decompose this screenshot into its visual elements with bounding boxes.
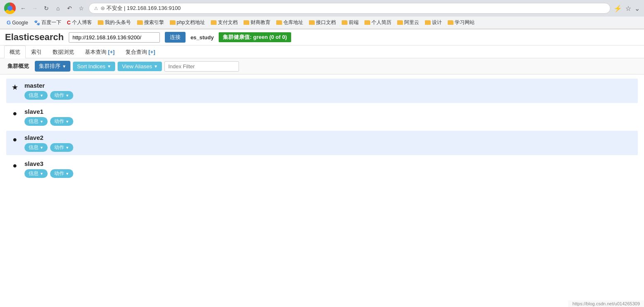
tab-complex-query[interactable]: 复合查询 [+] (120, 46, 161, 58)
bookmark-finance[interactable]: 财商教育 (241, 18, 273, 27)
bookmark-label: php文档地址 (177, 19, 205, 26)
folder-icon (137, 20, 143, 25)
bookmark-toutiao[interactable]: 我的-头条号 (95, 18, 134, 27)
connect-button[interactable]: 连接 (165, 32, 186, 43)
bookmark-label: Google (12, 20, 28, 26)
browser-chrome: ← → ↻ ⌂ ↶ ☆ ⚠ ⊙ 不安全 | 192.168.169.136:91… (0, 0, 644, 29)
caret-down-icon: ▼ (40, 94, 43, 98)
slave2-info-label: 信息 (29, 144, 39, 151)
master-name: master (24, 82, 73, 89)
caret-down-icon: ▼ (40, 146, 43, 150)
caret-down-icon: ▼ (65, 94, 69, 98)
folder-icon (211, 20, 217, 25)
star-icon[interactable]: ☆ (625, 5, 631, 12)
folder-icon (448, 20, 453, 25)
browser-titlebar: ← → ↻ ⌂ ↶ ☆ ⚠ ⊙ 不安全 | 192.168.169.136:91… (0, 0, 644, 17)
bookmark-blog[interactable]: C 个人博客 (65, 18, 94, 27)
caret-down-icon: ▼ (107, 64, 111, 69)
view-aliases-button[interactable]: View Aliases ▼ (118, 62, 162, 71)
folder-icon (309, 20, 315, 25)
address-bar[interactable]: ⚠ ⊙ 不安全 | 192.168.169.136:9100 (89, 3, 610, 14)
basic-query-plus: [+] (108, 49, 115, 55)
app-header: Elasticsearch 连接 es_study 集群健康值: green (… (0, 29, 644, 46)
sort-cluster-label: 集群排序 (39, 62, 60, 70)
bookmark-frontend[interactable]: 前端 (339, 18, 361, 27)
slave3-info-button[interactable]: 信息 ▼ (24, 169, 48, 178)
slave2-action-button[interactable]: 动作 ▼ (50, 143, 73, 152)
baidu-icon: 🐾 (34, 20, 40, 26)
bookmarks-bar: G Google 🐾 百度一下 C 个人博客 我的-头条号 搜索引擎 php文档… (0, 17, 644, 29)
master-info-label: 信息 (29, 92, 39, 99)
bookmark-button[interactable]: ☆ (77, 4, 85, 12)
tab-data-browser[interactable]: 数据浏览 (47, 46, 80, 58)
home-button[interactable]: ⌂ (54, 4, 62, 12)
slave3-info-label: 信息 (29, 170, 39, 177)
cluster-toolbar: 集群概览 集群排序 ▼ Sort Indices ▼ View Aliases … (0, 58, 644, 74)
caret-down-icon: ▼ (62, 64, 66, 69)
bookmark-search[interactable]: 搜索引擎 (135, 18, 166, 27)
slave1-action-button[interactable]: 动作 ▼ (50, 117, 73, 126)
reload-button[interactable]: ↻ (42, 4, 51, 12)
bookmark-api[interactable]: 接口文档 (306, 18, 338, 27)
index-filter-input[interactable] (164, 61, 239, 72)
bookmark-learning[interactable]: 学习网站 (445, 18, 477, 27)
master-actions: 信息 ▼ 动作 ▼ (24, 91, 73, 100)
bookmark-warehouse[interactable]: 仓库地址 (274, 18, 306, 27)
nav-tabs: 概览 索引 数据浏览 基本查询 [+] 复合查询 [+] (0, 46, 644, 58)
slave3-icon: ● (10, 161, 19, 170)
bookmark-pay[interactable]: 支付文档 (208, 18, 240, 27)
lightning-icon[interactable]: ⚡ (614, 5, 622, 12)
bookmark-php[interactable]: php文档地址 (167, 18, 207, 27)
bookmark-resume[interactable]: 个人简历 (362, 18, 394, 27)
browser-action-buttons: ⚡ ☆ ⌄ (614, 5, 640, 12)
undo-button[interactable]: ↶ (65, 4, 74, 12)
folder-icon (397, 20, 403, 25)
bookmark-label: 学习网站 (455, 19, 475, 26)
slave1-content: slave1 信息 ▼ 动作 ▼ (24, 108, 73, 126)
bookmark-design[interactable]: 设计 (422, 18, 444, 27)
slave2-info-button[interactable]: 信息 ▼ (24, 143, 48, 152)
slave3-action-label: 动作 (54, 170, 64, 177)
tab-overview[interactable]: 概览 (4, 46, 26, 58)
folder-icon (98, 20, 104, 25)
master-action-label: 动作 (54, 92, 64, 99)
slave2-action-label: 动作 (54, 144, 64, 151)
sort-cluster-button[interactable]: 集群排序 ▼ (35, 61, 70, 72)
node-item-slave3: ● slave3 信息 ▼ 动作 ▼ (6, 157, 638, 181)
lock-icon: ⚠ (94, 6, 98, 11)
master-action-button[interactable]: 动作 ▼ (50, 91, 73, 100)
slave3-action-button[interactable]: 动作 ▼ (50, 169, 73, 178)
forward-button[interactable]: → (31, 4, 39, 12)
app-container: Elasticsearch 连接 es_study 集群健康值: green (… (0, 29, 644, 269)
master-icon: ★ (10, 83, 19, 92)
menu-icon[interactable]: ⌄ (634, 5, 640, 12)
slave1-info-button[interactable]: 信息 ▼ (24, 117, 48, 126)
bookmark-baidu[interactable]: 🐾 百度一下 (31, 18, 64, 27)
bookmark-label: 个人博客 (72, 19, 92, 26)
bookmark-aliyun[interactable]: 阿里云 (395, 18, 422, 27)
bookmark-label: 搜索引擎 (144, 19, 164, 26)
bookmark-label: 接口文档 (316, 19, 336, 26)
caret-down-icon: ▼ (65, 172, 69, 176)
bookmark-google[interactable]: G Google (4, 19, 31, 26)
slave1-actions: 信息 ▼ 动作 ▼ (24, 117, 73, 126)
slave1-name: slave1 (24, 108, 73, 115)
node-item-slave1: ● slave1 信息 ▼ 动作 ▼ (6, 105, 638, 129)
sort-indices-button[interactable]: Sort Indices ▼ (73, 62, 116, 71)
folder-icon (276, 20, 282, 25)
tab-indices[interactable]: 索引 (26, 46, 47, 58)
caret-down-icon: ▼ (65, 146, 69, 150)
caret-down-icon: ▼ (40, 120, 43, 124)
master-info-button[interactable]: 信息 ▼ (24, 91, 48, 100)
slave2-content: slave2 信息 ▼ 动作 ▼ (24, 134, 73, 152)
connection-url-input[interactable] (69, 32, 160, 43)
cluster-name: es_study (191, 34, 214, 41)
folder-icon (425, 20, 431, 25)
tab-basic-query[interactable]: 基本查询 [+] (80, 46, 120, 58)
slave1-action-label: 动作 (54, 118, 64, 125)
complex-query-plus: [+] (149, 49, 155, 55)
back-button[interactable]: ← (19, 4, 27, 12)
sort-indices-label: Sort Indices (77, 63, 106, 70)
bookmark-label: 支付文档 (218, 19, 238, 26)
view-aliases-label: View Aliases (122, 63, 152, 70)
